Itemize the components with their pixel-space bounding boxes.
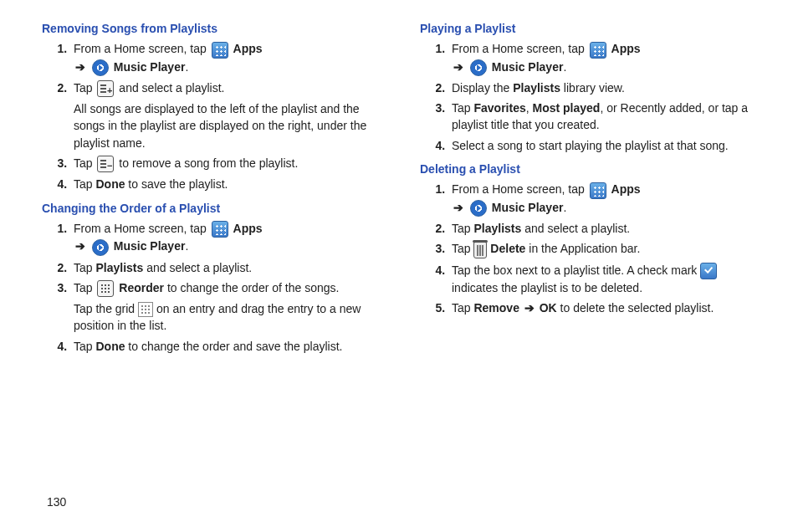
playing-playlist-list: From a Home screen, tap Apps ➔ Music Pla… <box>420 40 765 154</box>
right-column: Playing a Playlist From a Home screen, t… <box>420 17 765 485</box>
list-item: From a Home screen, tap Apps ➔ Music Pla… <box>70 220 386 256</box>
heading-deleting-playlist: Deleting a Playlist <box>420 161 765 177</box>
apps-label: Apps <box>233 222 263 235</box>
list-item: Tap Playlists and select a playlist. <box>448 220 765 237</box>
text: and select a playlist. <box>119 81 224 95</box>
reorder-icon <box>97 280 114 297</box>
text: , <box>526 101 533 115</box>
text: to change the order of the songs. <box>167 281 339 294</box>
list-item: Tap Remove ➔ OK to delete the selected p… <box>448 299 765 316</box>
ok-label: OK <box>540 301 557 315</box>
list-item: From a Home screen, tap Apps ➔ Music Pla… <box>70 40 386 76</box>
playlists-label: Playlists <box>513 81 560 95</box>
text: Tap <box>74 156 95 170</box>
favorites-label: Favorites <box>473 101 525 115</box>
text: Tap <box>452 101 473 115</box>
text: From a Home screen, tap <box>74 222 210 235</box>
playlists-label: Playlists <box>473 222 521 235</box>
most-played-label: Most played <box>533 101 601 115</box>
done-label: Done <box>95 340 125 353</box>
text: Tap <box>74 340 95 353</box>
music-label: Music Player <box>114 60 186 74</box>
changing-order-list: From a Home screen, tap Apps ➔ Music Pla… <box>42 220 386 355</box>
text: Tap the grid on an entry and drag the en… <box>74 300 386 335</box>
music-player-icon <box>92 239 109 256</box>
text: From a Home screen, tap <box>74 42 210 55</box>
apps-icon <box>212 42 228 59</box>
page-content: Removing Songs from Playlists From a Hom… <box>0 0 798 494</box>
music-player-icon <box>92 59 109 76</box>
list-item: Display the Playlists library view. <box>448 79 765 96</box>
apps-icon <box>212 221 228 238</box>
checkmark-icon <box>700 263 717 279</box>
arrow-icon: ➔ <box>75 238 85 254</box>
delete-label: Delete <box>490 242 525 255</box>
text: to remove a song from the playlist. <box>119 156 298 170</box>
apps-label: Apps <box>233 42 263 55</box>
list-item: Tap Done to save the playlist. <box>70 176 386 192</box>
page-number: 130 <box>47 495 66 509</box>
music-label: Music Player <box>492 60 564 74</box>
playlist-remove-icon <box>97 156 114 172</box>
arrow-icon: ➔ <box>453 59 463 75</box>
removing-songs-list: From a Home screen, tap Apps ➔ Music Pla… <box>42 40 386 192</box>
text: and select a playlist. <box>521 222 630 235</box>
reorder-label: Reorder <box>119 281 164 294</box>
arrow-icon: ➔ <box>75 59 85 75</box>
deleting-playlist-list: From a Home screen, tap Apps ➔ Music Pla… <box>420 181 765 316</box>
list-item: Tap Favorites, Most played, or Recently … <box>448 100 765 134</box>
text: Tap <box>74 81 95 95</box>
heading-removing-songs: Removing Songs from Playlists <box>42 20 386 37</box>
text: Tap <box>452 301 473 315</box>
arrow-icon: ➔ <box>524 299 535 316</box>
left-column: Removing Songs from Playlists From a Hom… <box>42 17 386 485</box>
text: to save the playlist. <box>125 177 228 191</box>
heading-playing-playlist: Playing a Playlist <box>420 20 765 37</box>
done-label: Done <box>95 177 125 191</box>
list-item: Tap and select a playlist. All songs are… <box>70 79 386 151</box>
text: Tap <box>452 222 473 235</box>
list-item: Tap Reorder to change the order of the s… <box>70 279 386 335</box>
text: Tap <box>74 281 95 294</box>
grid-handle-icon <box>138 302 153 317</box>
playlists-label: Playlists <box>95 261 143 274</box>
apps-icon <box>590 42 606 59</box>
text: Tap <box>74 177 95 191</box>
music-player-icon <box>470 59 487 76</box>
remove-label: Remove <box>473 301 519 315</box>
apps-label: Apps <box>611 182 641 196</box>
music-label: Music Player <box>114 239 186 253</box>
list-item: From a Home screen, tap Apps ➔ Music Pla… <box>448 181 765 217</box>
list-item: Tap to remove a song from the playlist. <box>70 155 386 172</box>
text: Tap <box>452 242 473 255</box>
text: to delete the selected playlist. <box>557 301 714 315</box>
list-item: From a Home screen, tap Apps ➔ Music Pla… <box>448 40 765 76</box>
delete-icon <box>473 242 487 258</box>
text: Tap the box next to a playlist title. A … <box>452 263 700 277</box>
text: library view. <box>560 81 625 95</box>
arrow-icon: ➔ <box>453 199 463 216</box>
text: Display the <box>452 81 513 95</box>
text: Tap <box>74 261 95 274</box>
list-item: Tap Delete in the Application bar. <box>448 240 765 258</box>
heading-changing-order: Changing the Order of a Playlist <box>42 200 386 217</box>
text: and select a playlist. <box>143 261 252 274</box>
apps-label: Apps <box>611 42 641 55</box>
text: All songs are displayed to the left of t… <box>74 100 386 151</box>
playlist-add-icon <box>97 80 114 97</box>
text: Tap the grid <box>74 302 138 315</box>
text: to change the order and save the playlis… <box>125 340 342 353</box>
music-label: Music Player <box>492 201 564 214</box>
text: From a Home screen, tap <box>452 182 588 196</box>
apps-icon <box>590 182 606 199</box>
list-item: Tap Done to change the order and save th… <box>70 338 386 355</box>
music-player-icon <box>470 200 487 217</box>
text: From a Home screen, tap <box>452 42 588 55</box>
list-item: Tap Playlists and select a playlist. <box>70 259 386 276</box>
text: Select a song to start playing the playl… <box>452 139 729 152</box>
list-item: Select a song to start playing the playl… <box>448 137 765 154</box>
list-item: Tap the box next to a playlist title. A … <box>448 262 765 297</box>
text: in the Application bar. <box>529 242 640 255</box>
text: indicates the playlist is to be deleted. <box>452 281 642 294</box>
